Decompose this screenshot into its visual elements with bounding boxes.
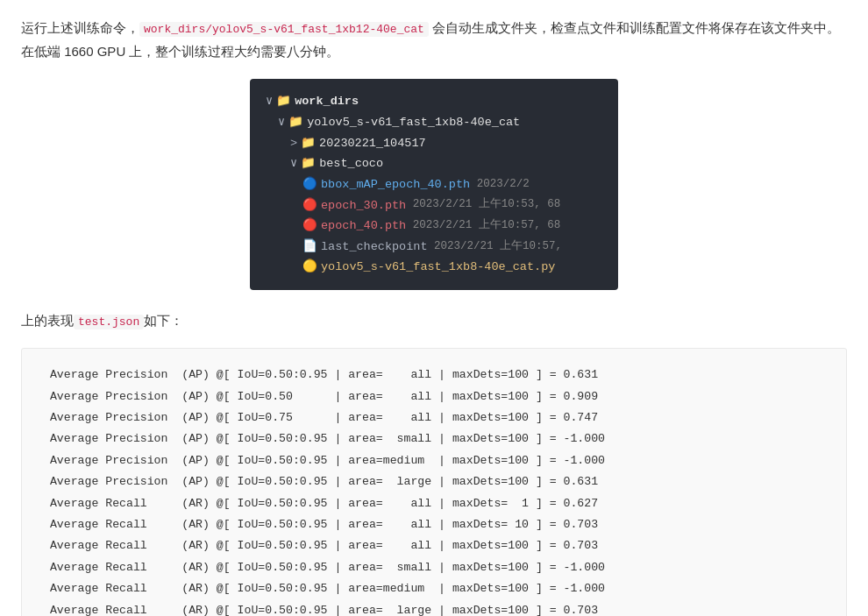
epoch40-file-icon: 🔴 xyxy=(302,216,317,237)
metric-row: Average Recall (AR) @[ IoU=0.50:0.95 | a… xyxy=(43,493,825,514)
metric-row: Average Recall (AR) @[ IoU=0.50:0.95 | a… xyxy=(43,600,825,616)
root-arrow: ∨ xyxy=(266,91,273,112)
yolov5-folder-icon: 📁 xyxy=(288,112,303,133)
epoch40-file-date: 2023/2/21 上午10:57, 68 xyxy=(406,216,560,236)
metric-row: Average Precision (AP) @[ IoU=0.75 | are… xyxy=(43,407,825,428)
epoch40-file-label: epoch_40.pth xyxy=(321,216,406,237)
checkpoint-file-date: 2023/2/21 上午10:57, xyxy=(428,237,563,257)
tree-item-py: 🟡 yolov5_s-v61_fast_1xb8-40e_cat.py xyxy=(266,257,599,278)
tree-item-epoch40: 🔴 epoch_40.pth 2023/2/21 上午10:57, 68 xyxy=(266,216,599,237)
intro-code: work_dirs/yolov5_s-v61_fast_1xb12-40e_ca… xyxy=(139,22,429,37)
tree-item-bbox: 🔵 bbox_mAP_epoch_40.pth 2023/2/2 xyxy=(266,174,599,195)
metric-row: Average Recall (AR) @[ IoU=0.50:0.95 | a… xyxy=(43,535,825,556)
file-tree-container: ∨ 📁 work_dirs ∨ 📁 yolov5_s-v61_fast_1xb8… xyxy=(21,79,847,290)
py-file-icon: 🟡 xyxy=(302,257,317,278)
bbox-file-label: bbox_mAP_epoch_40.pth xyxy=(321,174,470,195)
metric-row: Average Precision (AP) @[ IoU=0.50:0.95 … xyxy=(43,365,825,386)
metric-row: Average Recall (AR) @[ IoU=0.50:0.95 | a… xyxy=(43,514,825,535)
tree-item-epoch30: 🔴 epoch_30.pth 2023/2/21 上午10:53, 68 xyxy=(266,195,599,216)
tree-root: ∨ 📁 work_dirs xyxy=(266,91,599,112)
yolov5-arrow: ∨ xyxy=(278,112,285,133)
bestcoco-folder-label: best_coco xyxy=(319,153,383,174)
bestcoco-arrow: ∨ xyxy=(290,153,297,174)
intro-paragraph: 运行上述训练命令，work_dirs/yolov5_s-v61_fast_1xb… xyxy=(21,16,847,63)
py-file-label: yolov5_s-v61_fast_1xb8-40e_cat.py xyxy=(321,257,555,278)
bbox-file-date: 2023/2/2 xyxy=(470,175,530,195)
date-folder-icon: 📁 xyxy=(301,133,316,154)
bbox-file-icon: 🔵 xyxy=(302,174,317,195)
epoch30-file-icon: 🔴 xyxy=(302,195,317,216)
metrics-box: Average Precision (AP) @[ IoU=0.50:0.95 … xyxy=(21,348,847,616)
file-tree: ∨ 📁 work_dirs ∨ 📁 yolov5_s-v61_fast_1xb8… xyxy=(250,79,618,290)
tree-item-checkpoint: 📄 last_checkpoint 2023/2/21 上午10:57, xyxy=(266,237,599,258)
epoch30-file-date: 2023/2/21 上午10:53, 68 xyxy=(406,195,560,215)
bestcoco-folder-icon: 📁 xyxy=(301,153,316,174)
metric-row: Average Precision (AP) @[ IoU=0.50:0.95 … xyxy=(43,450,825,471)
date-arrow: > xyxy=(290,133,297,154)
metric-row: Average Precision (AP) @[ IoU=0.50:0.95 … xyxy=(43,428,825,450)
below-text2: 如下： xyxy=(144,313,183,328)
below-text1: 上的表现 xyxy=(21,313,74,328)
date-folder-label: 20230221_104517 xyxy=(319,133,426,154)
root-folder-label: work_dirs xyxy=(295,91,359,112)
below-paragraph: 上的表现test.json如下： xyxy=(21,309,847,332)
root-folder-icon: 📁 xyxy=(276,91,291,112)
epoch30-file-label: epoch_30.pth xyxy=(321,195,406,216)
below-code: test.json xyxy=(74,315,144,329)
tree-item-yolov5: ∨ 📁 yolov5_s-v61_fast_1xb8-40e_cat xyxy=(266,112,599,133)
checkpoint-file-icon: 📄 xyxy=(302,237,317,258)
intro-text1: 运行上述训练命令， xyxy=(21,20,139,35)
metric-row: Average Precision (AP) @[ IoU=0.50 | are… xyxy=(43,386,825,407)
yolov5-folder-label: yolov5_s-v61_fast_1xb8-40e_cat xyxy=(307,112,520,133)
tree-item-best-coco: ∨ 📁 best_coco xyxy=(266,153,599,174)
checkpoint-file-label: last_checkpoint xyxy=(321,237,428,258)
metric-row: Average Recall (AR) @[ IoU=0.50:0.95 | a… xyxy=(43,557,825,578)
metric-row: Average Recall (AR) @[ IoU=0.50:0.95 | a… xyxy=(43,578,825,599)
metric-row: Average Precision (AP) @[ IoU=0.50:0.95 … xyxy=(43,471,825,492)
tree-item-date: > 📁 20230221_104517 xyxy=(266,133,599,154)
